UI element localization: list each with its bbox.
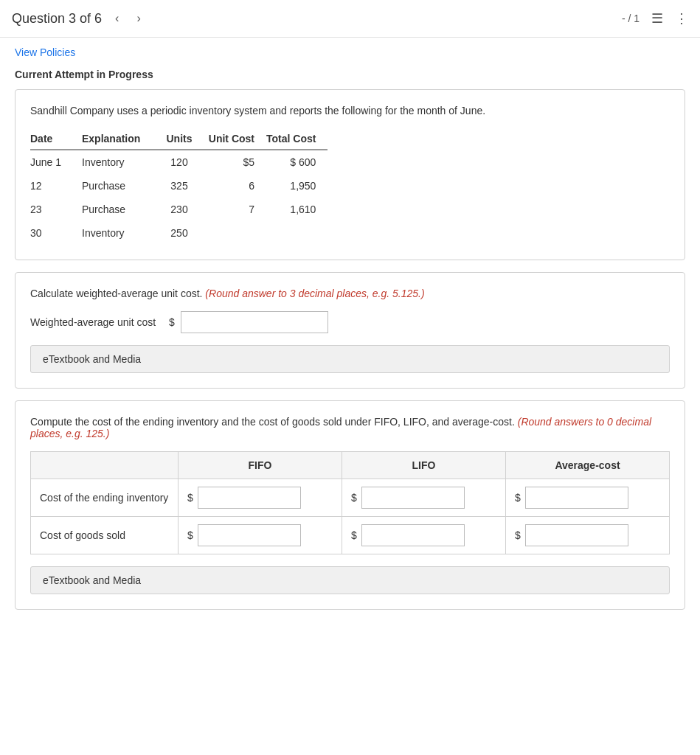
inv-units: 120 [163, 150, 207, 174]
instruction-plain: Calculate weighted-average unit cost. [30, 288, 202, 299]
col-header-date: Date [30, 128, 82, 150]
cost-col-fifo: FIFO [179, 452, 342, 479]
inv-total-cost: $ 600 [266, 150, 328, 174]
score-display: - / 1 [622, 13, 640, 24]
cost-table: FIFO LIFO Average-cost Cost of the endin… [30, 451, 670, 554]
cost-dollar: $ [351, 492, 357, 504]
inventory-card: Sandhill Company uses a periodic invento… [15, 89, 685, 260]
cost-instruction-plain: Compute the cost of the ending inventory… [30, 416, 515, 428]
cost-dollar: $ [515, 492, 521, 504]
cost-input-lifo-0[interactable] [361, 487, 465, 509]
inventory-row: 30 Inventory 250 [30, 221, 328, 245]
inventory-table: Date Explanation Units Unit Cost Total C… [30, 128, 328, 245]
inv-date: 30 [30, 221, 82, 245]
page-header: Question 3 of 6 ‹ › - / 1 ☰ ⋮ [0, 0, 700, 38]
weighted-avg-label: Weighted-average unit cost [30, 316, 163, 328]
cost-input-averagecost-0[interactable] [525, 487, 628, 509]
instruction-red: (Round answer to 3 decimal places, e.g. … [205, 288, 424, 299]
inv-explanation: Purchase [82, 174, 163, 198]
cost-col-lifo: LIFO [342, 452, 506, 479]
weighted-avg-input[interactable] [181, 311, 328, 333]
cost-row-label: Cost of the ending inventory [31, 479, 179, 517]
inv-unit-cost: 6 [207, 174, 266, 198]
header-right: - / 1 ☰ ⋮ [622, 10, 688, 27]
cost-input-averagecost-1[interactable] [525, 524, 628, 546]
cost-card: Compute the cost of the ending inventory… [15, 400, 685, 610]
page-body: View Policies Current Attempt in Progres… [0, 38, 700, 630]
inv-explanation: Inventory [82, 150, 163, 174]
cost-row: Cost of the ending inventory $ $ $ [31, 479, 670, 517]
inv-unit-cost: 7 [207, 198, 266, 221]
list-icon[interactable]: ☰ [651, 10, 663, 27]
cost-input-cell-0-2: $ [506, 479, 670, 517]
cost-input-lifo-1[interactable] [361, 524, 465, 546]
inv-units: 250 [163, 221, 207, 245]
more-options-icon[interactable]: ⋮ [675, 10, 688, 27]
weighted-avg-instruction: Calculate weighted-average unit cost. (R… [30, 288, 670, 299]
etextbook-media-button-2[interactable]: eTextbook and Media [30, 566, 670, 594]
cost-input-fifo-1[interactable] [198, 524, 301, 546]
cost-instruction: Compute the cost of the ending inventory… [30, 416, 670, 439]
cost-col-avg: Average-cost [506, 452, 670, 479]
current-attempt-label: Current Attempt in Progress [15, 69, 685, 80]
cost-dollar: $ [187, 492, 193, 504]
inv-date: 12 [30, 174, 82, 198]
cost-row: Cost of goods sold $ $ $ [31, 517, 670, 554]
cost-input-cell-0-1: $ [342, 479, 506, 517]
cost-dollar: $ [187, 529, 193, 541]
inv-explanation: Purchase [82, 198, 163, 221]
inv-total-cost [266, 221, 328, 245]
inv-total-cost: 1,950 [266, 174, 328, 198]
inv-units: 230 [163, 198, 207, 221]
weighted-avg-input-row: Weighted-average unit cost $ [30, 311, 670, 333]
cost-dollar: $ [515, 529, 521, 541]
cost-input-cell-1-2: $ [506, 517, 670, 554]
inv-explanation: Inventory [82, 221, 163, 245]
inventory-intro: Sandhill Company uses a periodic invento… [30, 105, 670, 116]
inv-total-cost: 1,610 [266, 198, 328, 221]
header-left: Question 3 of 6 ‹ › [12, 9, 145, 28]
cost-input-cell-1-0: $ [179, 517, 342, 554]
inv-unit-cost: $5 [207, 150, 266, 174]
cost-col-empty [31, 452, 179, 479]
next-nav-button[interactable]: › [132, 9, 145, 28]
col-header-units: Units [163, 128, 207, 150]
cost-dollar: $ [351, 529, 357, 541]
cost-input-cell-0-0: $ [179, 479, 342, 517]
inventory-row: June 1 Inventory 120 $5 $ 600 [30, 150, 328, 174]
prev-nav-button[interactable]: ‹ [111, 9, 123, 28]
weighted-avg-dollar: $ [169, 316, 175, 328]
etextbook-media-button-1[interactable]: eTextbook and Media [30, 345, 670, 373]
weighted-avg-card: Calculate weighted-average unit cost. (R… [15, 272, 685, 389]
cost-input-cell-1-1: $ [342, 517, 506, 554]
col-header-unit-cost: Unit Cost [207, 128, 266, 150]
question-title: Question 3 of 6 [12, 11, 102, 27]
inv-units: 325 [163, 174, 207, 198]
inventory-row: 12 Purchase 325 6 1,950 [30, 174, 328, 198]
cost-row-label: Cost of goods sold [31, 517, 179, 554]
view-policies-link[interactable]: View Policies [15, 46, 75, 58]
inv-unit-cost [207, 221, 266, 245]
inv-date: 23 [30, 198, 82, 221]
col-header-explanation: Explanation [82, 128, 163, 150]
inv-date: June 1 [30, 150, 82, 174]
col-header-total-cost: Total Cost [266, 128, 328, 150]
cost-input-fifo-0[interactable] [198, 487, 301, 509]
inventory-row: 23 Purchase 230 7 1,610 [30, 198, 328, 221]
